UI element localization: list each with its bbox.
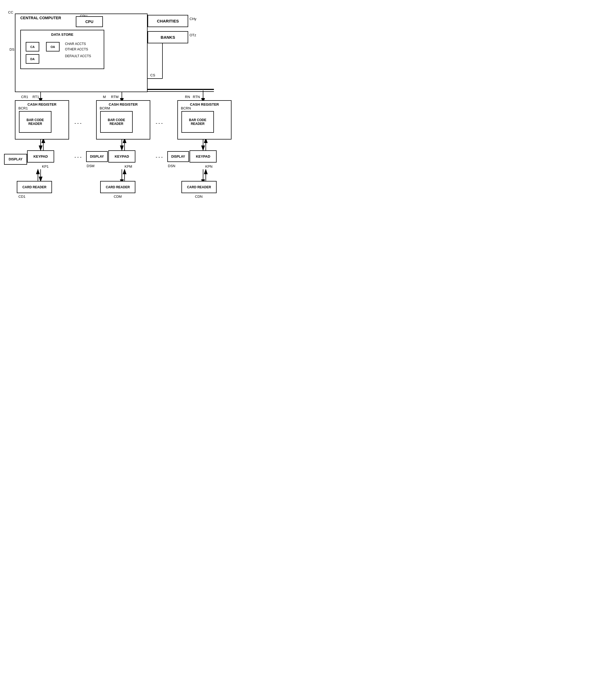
charities-box: CHARITIES (148, 15, 188, 27)
da-box: DA (26, 54, 39, 64)
kpn-label: KPN (205, 165, 213, 169)
display-m-box: DISPLAY (86, 151, 108, 162)
kp1-label: KP1 (42, 165, 49, 169)
otz-label: OTz (189, 33, 196, 37)
cash-register-1-label: CASH REGISTER (28, 102, 57, 106)
dots-4: --- (156, 154, 164, 160)
cdm-label: CDM (114, 195, 122, 199)
kpm-label: KPM (125, 165, 132, 169)
oa-box: OA (46, 42, 59, 51)
cc-label: CC (8, 10, 13, 14)
cd1-label: CD1 (19, 195, 25, 199)
card-reader-m-box: CARD READER (100, 181, 135, 193)
dots-1: --- (75, 121, 83, 126)
rtm-label: RTM (111, 95, 119, 99)
cr1-label: CR1 (21, 95, 28, 99)
banks-box: BANKS (148, 31, 188, 43)
ca-box: CA (26, 42, 39, 51)
m-label: M (103, 95, 106, 99)
bar-code-reader-n-box: BAR CODEREADER (181, 111, 214, 133)
central-computer-label: CENTRAL COMPUTER (20, 16, 61, 20)
rtn-label: RTN (193, 95, 200, 99)
dsm-label: DSM (87, 164, 95, 168)
display-n-box: DISPLAY (167, 151, 189, 162)
diagram: CC CENTRAL COMPUTER CPU CPU CHARITIES CH… (0, 0, 244, 284)
bcrn-label: BCRN (181, 106, 191, 110)
bar-code-reader-1-box: BAR CODEREADER (19, 111, 51, 133)
keypad-m-box: KEYPAD (108, 150, 135, 162)
keypad-n-box: KEYPAD (189, 150, 217, 162)
other-accts-label: OTHER ACCTS (65, 47, 88, 51)
default-accts-label: DEFAULT ACCTS (65, 54, 91, 58)
dots-2: --- (75, 154, 83, 160)
cpu-box: CPU (76, 16, 103, 27)
bcrm-label: BCRM (100, 106, 110, 110)
rt1-label: RT1 (32, 95, 39, 99)
cs-label: CS (150, 73, 155, 77)
dsn-label: DSN (168, 164, 175, 168)
cash-register-n-label: CASH REGISTER (190, 102, 219, 106)
keypad-1-box: KEYPAD (27, 150, 54, 162)
card-reader-1-box: CARD READER (17, 181, 52, 193)
data-store-label: DATA STORE (51, 32, 73, 36)
display-1-box: DISPLAY (4, 154, 27, 165)
char-accts-label: CHAR ACCTS (65, 42, 86, 46)
cash-register-m-label: CASH REGISTER (109, 102, 138, 106)
rn-label: RN (185, 95, 190, 99)
bcr1-label: BCR1 (19, 106, 28, 110)
ds-label: DS (9, 47, 15, 51)
dots-3: --- (156, 121, 164, 126)
chy-label: CHy (189, 17, 196, 21)
card-reader-n-box: CARD READER (181, 181, 217, 193)
bar-code-reader-m-box: BAR CODEREADER (100, 111, 133, 133)
cdn-label: CDN (195, 195, 203, 199)
